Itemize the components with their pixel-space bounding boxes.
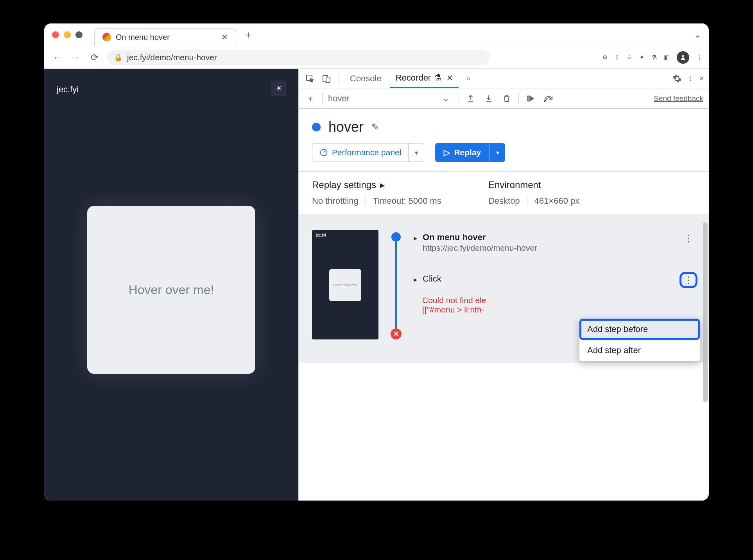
replay-dropdown[interactable]: ▾	[489, 143, 505, 162]
titlebar: On menu hover ✕ ＋ ⌄	[44, 23, 709, 46]
share-icon[interactable]: ⇧	[615, 54, 620, 61]
edit-title-button[interactable]: ✎	[371, 122, 379, 133]
tab-list-button[interactable]: ⌄	[694, 30, 701, 40]
browser-menu-button[interactable]: ⋮	[696, 54, 703, 61]
chevron-down-icon: ⌄	[442, 93, 449, 104]
maximize-window-button[interactable]	[75, 31, 82, 38]
timeline-error-icon: ✕	[391, 328, 402, 339]
bookmark-icon[interactable]: ☆	[627, 54, 632, 61]
sidepanel-icon[interactable]: ◧	[664, 54, 670, 61]
extensions-icon[interactable]: ✦	[639, 54, 644, 61]
action-buttons: Performance panel ▾ ▷ Replay ▾	[299, 143, 709, 171]
tab-recorder-close-button[interactable]: ✕	[445, 73, 453, 83]
window-controls	[52, 31, 82, 38]
reload-button[interactable]: ⟳	[88, 51, 101, 64]
labs-icon[interactable]: ⚗	[651, 54, 657, 61]
url-text: jec.fyi/demo/menu-hover	[127, 53, 217, 62]
close-window-button[interactable]	[52, 31, 59, 38]
devtools-tabbar: Console Recorder ⚗ ✕ » ⋮ ✕	[299, 69, 709, 88]
recording-header: hover ✎	[299, 109, 709, 143]
export-icon[interactable]	[464, 94, 477, 103]
theme-toggle-button[interactable]: ☀	[271, 81, 287, 96]
gauge-icon	[319, 148, 328, 157]
menu-add-step-after[interactable]: Add step after	[579, 340, 700, 361]
tab-favicon-icon	[102, 33, 111, 41]
vertical-scrollbar[interactable]	[703, 222, 708, 402]
device-value: Desktop	[488, 196, 520, 206]
forward-button[interactable]: →	[69, 51, 82, 64]
address-bar: ← → ⟳ 🔒 jec.fyi/demo/menu-hover ⊖ ⇧ ☆ ✦ …	[44, 46, 709, 69]
labs-flask-icon: ⚗	[434, 73, 442, 83]
caret-right-icon[interactable]: ▸	[414, 232, 417, 242]
tab-recorder[interactable]: Recorder ⚗ ✕	[390, 69, 459, 88]
svg-rect-3	[326, 77, 330, 83]
send-feedback-link[interactable]: Send feedback	[654, 94, 703, 103]
play-icon: ▷	[444, 148, 450, 157]
step-click[interactable]: ▸ Click ⋮	[414, 262, 696, 296]
recorder-body: hover ✎ Performance panel ▾	[299, 109, 709, 501]
replay-button[interactable]: ▷ Replay ▾	[435, 143, 505, 162]
caret-right-icon: ▸	[380, 179, 385, 190]
timeline-line	[395, 242, 397, 328]
delete-icon[interactable]	[500, 94, 513, 103]
tab-title: On menu hover	[116, 33, 170, 42]
site-brand: jec.fyi	[57, 84, 79, 95]
step-thumbnail: jec.fyi Hover over me!	[312, 230, 378, 339]
import-icon[interactable]	[482, 94, 495, 103]
environment-settings: Environment Desktop 461×660 px	[488, 179, 579, 206]
steps-section: jec.fyi Hover over me! ✕ ▸	[299, 214, 709, 363]
timeline-dot-icon	[391, 232, 401, 242]
main-split: jec.fyi ☀ Hover over me! Console Recorde…	[44, 69, 709, 501]
svg-rect-4	[527, 96, 529, 101]
step-menu-button[interactable]: ⋮	[681, 232, 696, 245]
toolbar-icons: ⊖ ⇧ ☆ ✦ ⚗ ◧ ⋮	[602, 51, 703, 64]
minimize-window-button[interactable]	[64, 31, 71, 38]
profile-avatar[interactable]	[677, 51, 689, 64]
more-tabs-button[interactable]: »	[462, 72, 475, 85]
step-menu-button[interactable]: ⋮	[681, 274, 696, 286]
devtools-menu-button[interactable]: ⋮	[687, 75, 694, 82]
step-context-menu: Add step before Add step after	[579, 318, 700, 361]
browser-tab[interactable]: On menu hover ✕	[94, 28, 236, 46]
rendered-page: jec.fyi ☀ Hover over me!	[44, 69, 298, 501]
settings-gear-icon[interactable]	[672, 74, 682, 83]
browser-window: On menu hover ✕ ＋ ⌄ ← → ⟳ 🔒 jec.fyi/demo…	[44, 23, 709, 501]
recording-title: hover	[328, 119, 364, 135]
dimensions-value: 461×660 px	[534, 196, 580, 206]
devtools-panel: Console Recorder ⚗ ✕ » ⋮ ✕ ＋	[298, 69, 709, 501]
step-icon[interactable]	[542, 94, 555, 103]
performance-panel-dropdown[interactable]: ▾	[408, 144, 424, 162]
menu-add-step-before[interactable]: Add step before	[579, 319, 700, 340]
tab-console[interactable]: Console	[344, 69, 387, 88]
svg-point-5	[544, 100, 546, 101]
timeout-value: Timeout: 5000 ms	[373, 196, 441, 206]
step-error-text: Could not find ele [["#menu > li:nth-	[414, 296, 696, 314]
svg-point-0	[682, 55, 684, 57]
recorder-toolbar: ＋ hover ⌄	[299, 88, 709, 109]
performance-panel-button[interactable]: Performance panel ▾	[312, 143, 424, 162]
inspect-element-icon[interactable]	[303, 72, 317, 85]
devtools-close-button[interactable]: ✕	[699, 75, 704, 82]
step-navigate[interactable]: ▸ On menu hover https://jec.fyi/demo/men…	[414, 230, 696, 262]
settings-row: Replay settings ▸ No throttling Timeout:…	[299, 171, 709, 214]
tab-close-button[interactable]: ✕	[221, 32, 228, 42]
recording-select[interactable]: hover ⌄	[328, 93, 453, 104]
back-button[interactable]: ←	[50, 51, 64, 64]
url-input[interactable]: 🔒 jec.fyi/demo/menu-hover	[107, 50, 490, 65]
throttling-value: No throttling	[312, 196, 359, 206]
step-over-icon[interactable]	[524, 94, 537, 103]
hover-card[interactable]: Hover over me!	[87, 206, 255, 374]
caret-right-icon[interactable]: ▸	[414, 274, 417, 284]
timeline: ✕	[390, 230, 402, 339]
lock-icon: 🔒	[114, 53, 122, 62]
replay-settings[interactable]: Replay settings ▸ No throttling Timeout:…	[312, 179, 441, 206]
new-recording-button[interactable]: ＋	[304, 93, 317, 104]
recording-indicator-icon	[312, 123, 321, 131]
device-toggle-icon[interactable]	[320, 72, 333, 85]
zoom-icon[interactable]: ⊖	[602, 54, 608, 61]
new-tab-button[interactable]: ＋	[243, 28, 253, 41]
